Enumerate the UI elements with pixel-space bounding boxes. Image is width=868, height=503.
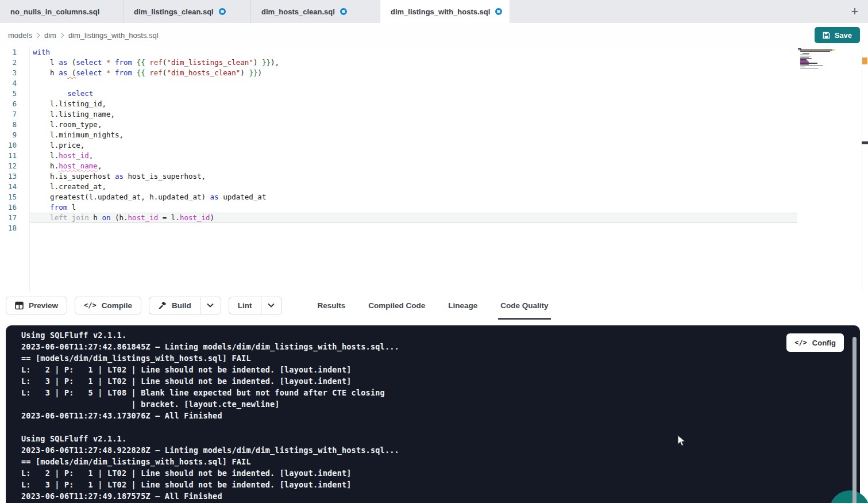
code-line-11: l.host_id, xyxy=(30,151,797,161)
save-icon xyxy=(823,32,830,39)
code-line-7: l.listing_name, xyxy=(30,109,797,120)
code-line-2: l as (select * from {{ ref("dim_listings… xyxy=(30,57,797,68)
breadcrumb-segment-dim: dim xyxy=(44,31,56,40)
unsaved-changes-dot-icon xyxy=(219,8,226,15)
code-line-12: h.host_name, xyxy=(30,161,797,171)
terminal-scrollbar[interactable] xyxy=(852,337,857,503)
code-line-5: select xyxy=(30,89,797,99)
line-number: 8 xyxy=(0,120,29,130)
chevron-down-icon xyxy=(207,303,214,308)
build-button-group: Build xyxy=(149,297,221,314)
editor-tab-bar: no_nulls_in_columns.sqldim_listings_clea… xyxy=(0,0,868,23)
code-line-10: l.price, xyxy=(30,140,797,151)
compile-button-label: Compile xyxy=(102,301,132,310)
code-line-13: h.is_superhost as host_is_superhost, xyxy=(30,171,797,182)
code-line-15: greatest(l.updated_at, h.updated_at) as … xyxy=(30,192,797,202)
line-number: 16 xyxy=(0,202,29,213)
editor-minimap[interactable] xyxy=(798,48,835,70)
build-button[interactable]: Build xyxy=(149,297,200,314)
code-line-4 xyxy=(30,78,797,89)
lint-button-label: Lint xyxy=(238,301,252,310)
lint-output-terminal: Using SQLFluff v2.1.1. 2023-06-06T11:27:… xyxy=(6,325,860,503)
file-tab-label: dim_hosts_clean.sql xyxy=(261,7,335,16)
line-number: 1 xyxy=(0,47,29,57)
file-tab-3[interactable]: dim_listings_with_hosts.sql xyxy=(380,0,510,23)
line-number: 14 xyxy=(0,182,29,192)
line-number: 10 xyxy=(0,140,29,151)
chevron-right-icon xyxy=(60,32,64,39)
panel-tab-code-quality[interactable]: Code Quality xyxy=(498,291,550,320)
line-number: 4 xyxy=(0,78,29,89)
line-number: 7 xyxy=(0,109,29,120)
line-number: 6 xyxy=(0,99,29,109)
code-line-18 xyxy=(30,223,797,233)
code-line-16: from l xyxy=(30,202,797,213)
line-number: 13 xyxy=(0,171,29,182)
file-tab-label: dim_listings_clean.sql xyxy=(134,7,214,16)
lint-button-group: Lint xyxy=(229,297,282,314)
unsaved-changes-dot-icon xyxy=(340,8,347,15)
panel-tab-results[interactable]: Results xyxy=(315,291,348,320)
chevron-right-icon xyxy=(36,32,40,39)
code-line-6: l.listing_id, xyxy=(30,99,797,109)
code-icon: </> xyxy=(794,339,807,347)
config-button[interactable]: </> Config xyxy=(786,333,844,352)
line-number: 3 xyxy=(0,68,29,78)
new-tab-button[interactable]: + xyxy=(845,0,865,23)
code-editor[interactable]: 123456789101112131415161718 with l as (s… xyxy=(0,47,868,291)
result-panel-tabs: ResultsCompiled CodeLineageCode Quality xyxy=(306,291,560,320)
build-button-label: Build xyxy=(172,301,191,310)
lint-dropdown-button[interactable] xyxy=(261,297,282,314)
minimap-line xyxy=(798,69,835,70)
code-line-9: l.minimum_nights, xyxy=(30,130,797,140)
file-tab-1[interactable]: dim_listings_clean.sql xyxy=(124,0,251,23)
unsaved-changes-dot-icon xyxy=(495,8,502,15)
panel-tab-lineage[interactable]: Lineage xyxy=(446,291,480,320)
compile-button[interactable]: </> Compile xyxy=(75,297,141,314)
editor-code-area[interactable]: with l as (select * from {{ ref("dim_lis… xyxy=(30,47,797,291)
line-number: 15 xyxy=(0,192,29,202)
terminal-output: Using SQLFluff v2.1.1. 2023-06-06T11:27:… xyxy=(21,329,399,502)
code-icon: </> xyxy=(84,301,97,309)
scroll-position-marker xyxy=(862,141,868,144)
panel-tab-compiled-code[interactable]: Compiled Code xyxy=(366,291,427,320)
code-line-17: left join h on (h.host_id = l.host_id) xyxy=(30,213,797,223)
save-button[interactable]: Save xyxy=(815,27,860,43)
file-tab-label: no_nulls_in_columns.sql xyxy=(10,7,99,16)
file-tab-2[interactable]: dim_hosts_clean.sql xyxy=(251,0,380,23)
line-number: 18 xyxy=(0,223,29,233)
line-number: 9 xyxy=(0,130,29,140)
build-dropdown-button[interactable] xyxy=(200,297,221,314)
chevron-down-icon xyxy=(268,303,275,308)
action-toolbar: Preview </> Compile Build Lint ResultsCo… xyxy=(0,291,868,320)
file-tab-0[interactable]: no_nulls_in_columns.sql xyxy=(0,0,124,23)
scroll-warning-marker xyxy=(862,57,867,64)
line-number: 11 xyxy=(0,151,29,161)
code-line-3: h as (select * from {{ ref("dim_hosts_cl… xyxy=(30,68,797,78)
editor-gutter: 123456789101112131415161718 xyxy=(0,47,30,291)
code-line-1: with xyxy=(30,47,797,57)
hammer-icon xyxy=(158,301,167,310)
save-button-label: Save xyxy=(835,31,852,40)
line-number: 12 xyxy=(0,161,29,171)
lint-button[interactable]: Lint xyxy=(229,297,261,314)
line-number: 2 xyxy=(0,57,29,68)
mouse-cursor xyxy=(677,435,688,447)
file-tab-label: dim_listings_with_hosts.sql xyxy=(391,7,490,16)
code-line-8: l.room_type, xyxy=(30,120,797,130)
breadcrumb-bar: models dim dim_listings_with_hosts.sql S… xyxy=(0,23,868,47)
table-icon xyxy=(15,301,24,310)
code-line-14: l.created_at, xyxy=(30,182,797,192)
preview-button-label: Preview xyxy=(29,301,58,310)
breadcrumb-segment-file: dim_listings_with_hosts.sql xyxy=(68,31,159,40)
config-button-label: Config xyxy=(812,339,836,347)
breadcrumb-segment-models: models xyxy=(8,31,32,40)
preview-button[interactable]: Preview xyxy=(6,297,67,314)
line-number: 5 xyxy=(0,89,29,99)
line-number: 17 xyxy=(0,213,29,223)
scroll-annotation-strip[interactable] xyxy=(862,47,868,291)
